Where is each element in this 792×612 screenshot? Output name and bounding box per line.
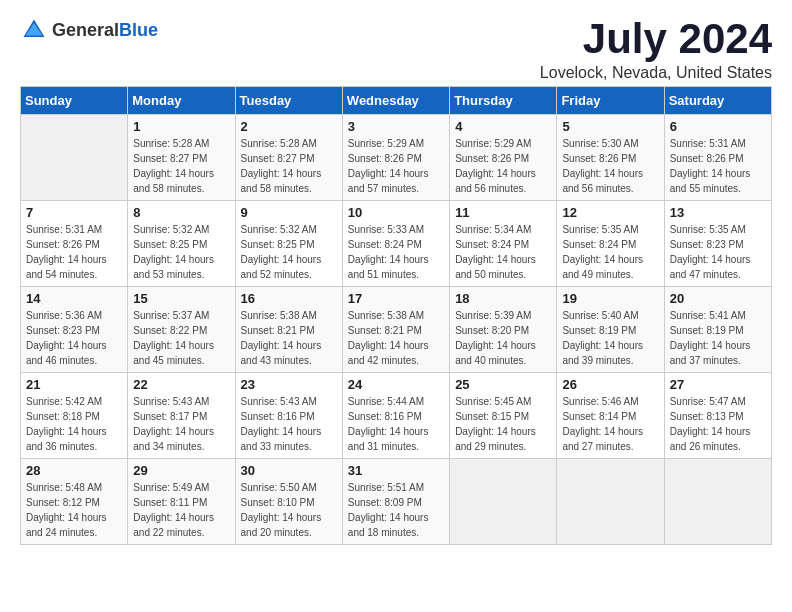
day-number: 20 <box>670 291 766 306</box>
calendar-cell: 5Sunrise: 5:30 AM Sunset: 8:26 PM Daylig… <box>557 115 664 201</box>
header-day-monday: Monday <box>128 87 235 115</box>
day-number: 21 <box>26 377 122 392</box>
logo-icon <box>20 16 48 44</box>
title-block: July 2024 Lovelock, Nevada, United State… <box>540 16 772 82</box>
day-number: 6 <box>670 119 766 134</box>
calendar-cell: 28Sunrise: 5:48 AM Sunset: 8:12 PM Dayli… <box>21 459 128 545</box>
calendar-header-row: SundayMondayTuesdayWednesdayThursdayFrid… <box>21 87 772 115</box>
calendar-table: SundayMondayTuesdayWednesdayThursdayFrid… <box>20 86 772 545</box>
day-number: 4 <box>455 119 551 134</box>
header-day-sunday: Sunday <box>21 87 128 115</box>
header-day-wednesday: Wednesday <box>342 87 449 115</box>
week-row-1: 1Sunrise: 5:28 AM Sunset: 8:27 PM Daylig… <box>21 115 772 201</box>
cell-info: Sunrise: 5:48 AM Sunset: 8:12 PM Dayligh… <box>26 480 122 540</box>
day-number: 23 <box>241 377 337 392</box>
cell-info: Sunrise: 5:50 AM Sunset: 8:10 PM Dayligh… <box>241 480 337 540</box>
header-day-thursday: Thursday <box>450 87 557 115</box>
calendar-cell: 15Sunrise: 5:37 AM Sunset: 8:22 PM Dayli… <box>128 287 235 373</box>
calendar-cell: 16Sunrise: 5:38 AM Sunset: 8:21 PM Dayli… <box>235 287 342 373</box>
calendar-cell: 7Sunrise: 5:31 AM Sunset: 8:26 PM Daylig… <box>21 201 128 287</box>
day-number: 28 <box>26 463 122 478</box>
calendar-cell: 22Sunrise: 5:43 AM Sunset: 8:17 PM Dayli… <box>128 373 235 459</box>
cell-info: Sunrise: 5:28 AM Sunset: 8:27 PM Dayligh… <box>133 136 229 196</box>
calendar-cell: 8Sunrise: 5:32 AM Sunset: 8:25 PM Daylig… <box>128 201 235 287</box>
calendar-cell: 24Sunrise: 5:44 AM Sunset: 8:16 PM Dayli… <box>342 373 449 459</box>
week-row-2: 7Sunrise: 5:31 AM Sunset: 8:26 PM Daylig… <box>21 201 772 287</box>
calendar-cell <box>664 459 771 545</box>
calendar-cell <box>557 459 664 545</box>
logo-blue: Blue <box>119 20 158 40</box>
cell-info: Sunrise: 5:35 AM Sunset: 8:23 PM Dayligh… <box>670 222 766 282</box>
header: GeneralBlue July 2024 Lovelock, Nevada, … <box>20 16 772 82</box>
day-number: 25 <box>455 377 551 392</box>
day-number: 3 <box>348 119 444 134</box>
day-number: 12 <box>562 205 658 220</box>
day-number: 10 <box>348 205 444 220</box>
cell-info: Sunrise: 5:34 AM Sunset: 8:24 PM Dayligh… <box>455 222 551 282</box>
day-number: 22 <box>133 377 229 392</box>
calendar-cell: 10Sunrise: 5:33 AM Sunset: 8:24 PM Dayli… <box>342 201 449 287</box>
day-number: 1 <box>133 119 229 134</box>
cell-info: Sunrise: 5:31 AM Sunset: 8:26 PM Dayligh… <box>26 222 122 282</box>
calendar-cell: 25Sunrise: 5:45 AM Sunset: 8:15 PM Dayli… <box>450 373 557 459</box>
cell-info: Sunrise: 5:39 AM Sunset: 8:20 PM Dayligh… <box>455 308 551 368</box>
cell-info: Sunrise: 5:32 AM Sunset: 8:25 PM Dayligh… <box>241 222 337 282</box>
cell-info: Sunrise: 5:33 AM Sunset: 8:24 PM Dayligh… <box>348 222 444 282</box>
day-number: 19 <box>562 291 658 306</box>
day-number: 24 <box>348 377 444 392</box>
day-number: 31 <box>348 463 444 478</box>
week-row-5: 28Sunrise: 5:48 AM Sunset: 8:12 PM Dayli… <box>21 459 772 545</box>
cell-info: Sunrise: 5:46 AM Sunset: 8:14 PM Dayligh… <box>562 394 658 454</box>
header-day-saturday: Saturday <box>664 87 771 115</box>
calendar-subtitle: Lovelock, Nevada, United States <box>540 64 772 82</box>
calendar-cell: 4Sunrise: 5:29 AM Sunset: 8:26 PM Daylig… <box>450 115 557 201</box>
day-number: 11 <box>455 205 551 220</box>
calendar-cell: 30Sunrise: 5:50 AM Sunset: 8:10 PM Dayli… <box>235 459 342 545</box>
calendar-cell: 21Sunrise: 5:42 AM Sunset: 8:18 PM Dayli… <box>21 373 128 459</box>
calendar-cell: 19Sunrise: 5:40 AM Sunset: 8:19 PM Dayli… <box>557 287 664 373</box>
calendar-cell: 20Sunrise: 5:41 AM Sunset: 8:19 PM Dayli… <box>664 287 771 373</box>
cell-info: Sunrise: 5:32 AM Sunset: 8:25 PM Dayligh… <box>133 222 229 282</box>
day-number: 14 <box>26 291 122 306</box>
header-day-friday: Friday <box>557 87 664 115</box>
cell-info: Sunrise: 5:38 AM Sunset: 8:21 PM Dayligh… <box>348 308 444 368</box>
calendar-cell: 31Sunrise: 5:51 AM Sunset: 8:09 PM Dayli… <box>342 459 449 545</box>
day-number: 8 <box>133 205 229 220</box>
day-number: 30 <box>241 463 337 478</box>
calendar-cell: 1Sunrise: 5:28 AM Sunset: 8:27 PM Daylig… <box>128 115 235 201</box>
header-day-tuesday: Tuesday <box>235 87 342 115</box>
day-number: 16 <box>241 291 337 306</box>
calendar-cell: 12Sunrise: 5:35 AM Sunset: 8:24 PM Dayli… <box>557 201 664 287</box>
day-number: 17 <box>348 291 444 306</box>
day-number: 29 <box>133 463 229 478</box>
calendar-cell <box>21 115 128 201</box>
cell-info: Sunrise: 5:43 AM Sunset: 8:16 PM Dayligh… <box>241 394 337 454</box>
calendar-cell: 26Sunrise: 5:46 AM Sunset: 8:14 PM Dayli… <box>557 373 664 459</box>
cell-info: Sunrise: 5:30 AM Sunset: 8:26 PM Dayligh… <box>562 136 658 196</box>
cell-info: Sunrise: 5:41 AM Sunset: 8:19 PM Dayligh… <box>670 308 766 368</box>
cell-info: Sunrise: 5:31 AM Sunset: 8:26 PM Dayligh… <box>670 136 766 196</box>
week-row-3: 14Sunrise: 5:36 AM Sunset: 8:23 PM Dayli… <box>21 287 772 373</box>
calendar-cell: 29Sunrise: 5:49 AM Sunset: 8:11 PM Dayli… <box>128 459 235 545</box>
calendar-cell: 6Sunrise: 5:31 AM Sunset: 8:26 PM Daylig… <box>664 115 771 201</box>
day-number: 27 <box>670 377 766 392</box>
calendar-cell: 27Sunrise: 5:47 AM Sunset: 8:13 PM Dayli… <box>664 373 771 459</box>
day-number: 2 <box>241 119 337 134</box>
cell-info: Sunrise: 5:29 AM Sunset: 8:26 PM Dayligh… <box>348 136 444 196</box>
cell-info: Sunrise: 5:36 AM Sunset: 8:23 PM Dayligh… <box>26 308 122 368</box>
cell-info: Sunrise: 5:43 AM Sunset: 8:17 PM Dayligh… <box>133 394 229 454</box>
cell-info: Sunrise: 5:42 AM Sunset: 8:18 PM Dayligh… <box>26 394 122 454</box>
calendar-cell: 23Sunrise: 5:43 AM Sunset: 8:16 PM Dayli… <box>235 373 342 459</box>
calendar-title: July 2024 <box>540 16 772 62</box>
calendar-cell <box>450 459 557 545</box>
day-number: 26 <box>562 377 658 392</box>
calendar-cell: 13Sunrise: 5:35 AM Sunset: 8:23 PM Dayli… <box>664 201 771 287</box>
logo: GeneralBlue <box>20 16 158 44</box>
day-number: 5 <box>562 119 658 134</box>
calendar-cell: 3Sunrise: 5:29 AM Sunset: 8:26 PM Daylig… <box>342 115 449 201</box>
cell-info: Sunrise: 5:28 AM Sunset: 8:27 PM Dayligh… <box>241 136 337 196</box>
calendar-cell: 9Sunrise: 5:32 AM Sunset: 8:25 PM Daylig… <box>235 201 342 287</box>
cell-info: Sunrise: 5:40 AM Sunset: 8:19 PM Dayligh… <box>562 308 658 368</box>
cell-info: Sunrise: 5:45 AM Sunset: 8:15 PM Dayligh… <box>455 394 551 454</box>
calendar-cell: 11Sunrise: 5:34 AM Sunset: 8:24 PM Dayli… <box>450 201 557 287</box>
